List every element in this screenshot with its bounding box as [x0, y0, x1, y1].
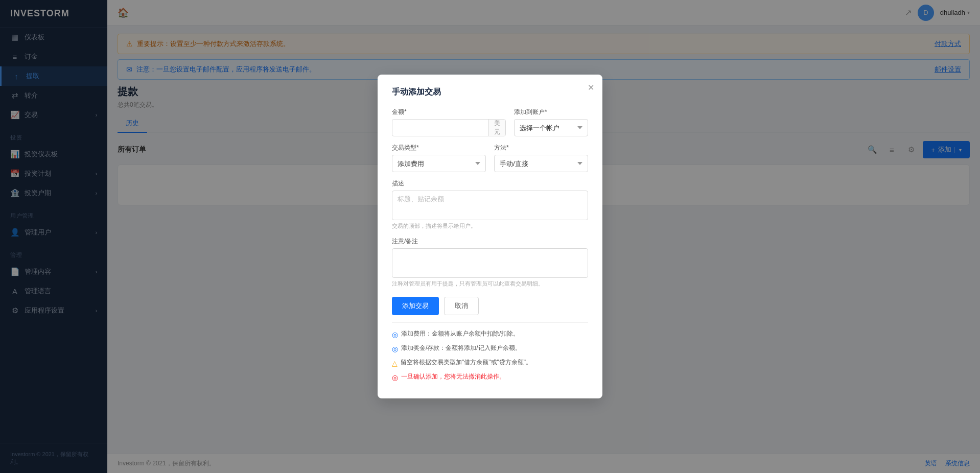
circle-red-icon: ◎: [392, 372, 398, 383]
submit-button[interactable]: 添加交易: [392, 297, 439, 315]
circle-blue-icon-2: ◎: [392, 344, 398, 354]
modal-notes: ◎ 添加费用：金额将从账户余额中扣除/扣除。 ◎ 添加奖金/存款：金额将添加/记…: [392, 322, 588, 383]
note-textarea[interactable]: [392, 248, 588, 278]
amount-input[interactable]: [392, 120, 488, 136]
amount-input-wrapper: 美元: [392, 119, 506, 136]
note-item-2: ◎ 添加奖金/存款：金额将添加/记入账户余额。: [392, 343, 588, 354]
form-group-desc: 描述 交易的顶部，描述将显示给用户。: [392, 179, 588, 230]
circle-blue-icon: ◎: [392, 329, 398, 340]
method-label: 方法*: [494, 144, 588, 152]
form-group-type: 交易类型* 添加费用: [392, 144, 486, 172]
form-group-account: 添加到账户* 选择一个帐户: [514, 108, 588, 136]
note-hint: 注释对管理员有用于提题，只有管理员可以此查看交易明细。: [392, 280, 588, 288]
note-text-3: 留空将根据交易类型加"借方余额"或"贷方余额"。: [401, 358, 532, 367]
note-item-1: ◎ 添加费用：金额将从账户余额中扣除/扣除。: [392, 329, 588, 340]
note-label: 注意/备注: [392, 237, 588, 246]
method-select[interactable]: 手动/直接: [494, 155, 588, 172]
desc-label: 描述: [392, 179, 588, 188]
note-item-3: △ 留空将根据交易类型加"借方余额"或"贷方余额"。: [392, 358, 588, 369]
note-text-4: 一旦确认添加，您将无法撤消此操作。: [401, 372, 505, 381]
form-row-1: 金额* 美元 添加到账户* 选择一个帐户: [392, 108, 588, 136]
type-label: 交易类型*: [392, 144, 486, 152]
amount-suffix: 美元: [488, 120, 505, 136]
note-text-2: 添加奖金/存款：金额将添加/记入账户余额。: [401, 343, 521, 352]
account-label: 添加到账户*: [514, 108, 588, 116]
note-text-1: 添加费用：金额将从账户余额中扣除/扣除。: [401, 329, 519, 338]
form-row-2: 交易类型* 添加费用 方法* 手动/直接: [392, 144, 588, 172]
desc-textarea[interactable]: [392, 191, 588, 220]
note-item-4: ◎ 一旦确认添加，您将无法撤消此操作。: [392, 372, 588, 383]
form-group-note: 注意/备注 注释对管理员有用于提题，只有管理员可以此查看交易明细。: [392, 237, 588, 288]
modal-actions: 添加交易 取消: [392, 297, 588, 315]
modal-overlay[interactable]: 手动添加交易 ✕ 金额* 美元 添加到账户* 选择一个帐户: [0, 0, 980, 473]
modal-close-button[interactable]: ✕: [588, 83, 594, 92]
cancel-button[interactable]: 取消: [444, 297, 479, 315]
type-select[interactable]: 添加费用: [392, 155, 486, 172]
modal-title: 手动添加交易: [392, 87, 588, 98]
form-group-amount: 金额* 美元: [392, 108, 506, 136]
form-group-method: 方法* 手动/直接: [494, 144, 588, 172]
modal-add-transaction: 手动添加交易 ✕ 金额* 美元 添加到账户* 选择一个帐户: [378, 75, 602, 398]
desc-hint: 交易的顶部，描述将显示给用户。: [392, 222, 588, 230]
account-select[interactable]: 选择一个帐户: [514, 119, 588, 136]
amount-label: 金额*: [392, 108, 506, 116]
triangle-icon: △: [392, 358, 398, 369]
